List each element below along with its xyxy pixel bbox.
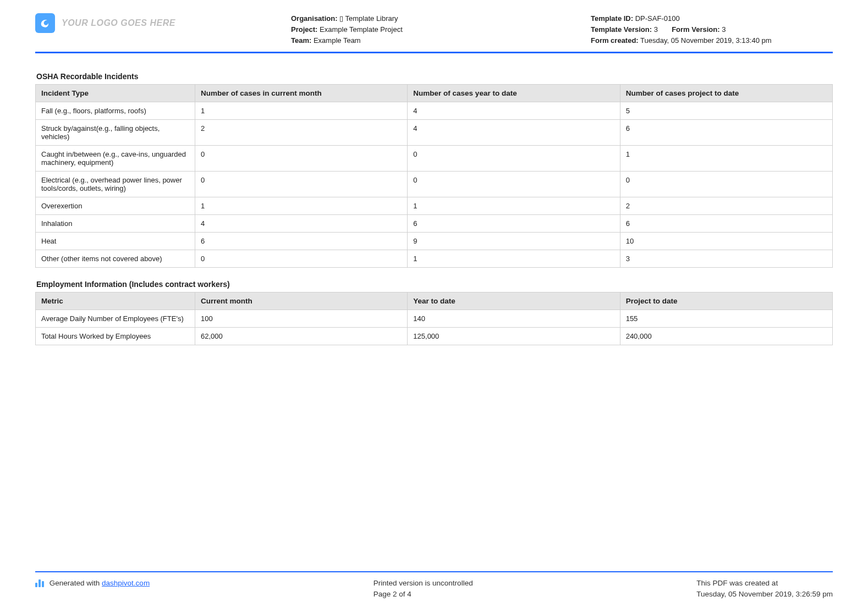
template-id-value: DP-SAF-0100 [635, 14, 680, 23]
cell-ytd: 0 [408, 146, 620, 172]
cell-current: 100 [195, 310, 408, 328]
col-header-project-to-date: Number of cases project to date [620, 85, 832, 102]
cell-current: 1 [195, 102, 408, 120]
page-number: Page 2 of 4 [373, 589, 473, 600]
cell-ptd: 10 [620, 233, 832, 250]
cell-incident-type: Struck by/against(e.g., falling objects,… [36, 120, 195, 146]
header-meta-left: Organisation: ▯ Template Library Project… [280, 13, 511, 46]
project-label: Project: [291, 25, 317, 34]
logo-swirl-icon [39, 17, 51, 29]
employment-table: Metric Current month Year to date Projec… [35, 292, 833, 345]
created-value: Tuesday, 05 November 2019, 3:26:59 pm [696, 589, 833, 600]
table-header-row: Incident Type Number of cases in current… [36, 85, 833, 102]
meta-template-id: Template ID: DP-SAF-0100 [591, 13, 833, 24]
cell-current: 2 [195, 120, 408, 146]
col-header-incident-type: Incident Type [36, 85, 195, 102]
document-page: YOUR LOGO GOES HERE Organisation: ▯ Temp… [0, 0, 868, 613]
table-row: Fall (e.g., floors, platforms, roofs) 1 … [36, 102, 833, 120]
generated-prefix: Generated with [50, 579, 102, 587]
footer-right: This PDF was created at Tuesday, 05 Nove… [696, 578, 833, 600]
table-row: Total Hours Worked by Employees 62,000 1… [36, 328, 833, 345]
cell-current: 0 [195, 146, 408, 172]
template-version-label: Template Version: [591, 25, 652, 34]
dashpivot-bars-icon [35, 579, 44, 587]
cell-metric: Total Hours Worked by Employees [36, 328, 195, 345]
header-meta-right: Template ID: DP-SAF-0100 Template Versio… [591, 13, 833, 46]
table-row: Heat 6 9 10 [36, 233, 833, 250]
meta-team: Team: Example Team [291, 35, 511, 46]
cell-incident-type: Overexertion [36, 197, 195, 215]
cell-ytd: 1 [408, 197, 620, 215]
cell-ptd: 6 [620, 120, 832, 146]
section-title-incidents: OSHA Recordable Incidents [36, 72, 833, 81]
col-header-year-to-date: Year to date [408, 292, 620, 310]
table-row: Other (other items not covered above) 0 … [36, 250, 833, 268]
table-row: Caught in/between (e.g., cave-ins, ungua… [36, 146, 833, 172]
cell-current: 6 [195, 233, 408, 250]
col-header-metric: Metric [36, 292, 195, 310]
meta-organisation: Organisation: ▯ Template Library [291, 13, 511, 24]
footer-center: Printed version is uncontrolled Page 2 o… [373, 578, 473, 600]
table-row: Struck by/against(e.g., falling objects,… [36, 120, 833, 146]
table-row: Average Daily Number of Employees (FTE's… [36, 310, 833, 328]
cell-ytd: 4 [408, 102, 620, 120]
col-header-current-month: Number of cases in current month [195, 85, 408, 102]
cell-incident-type: Electrical (e.g., overhead power lines, … [36, 172, 195, 197]
team-label: Team: [291, 36, 311, 45]
cell-ytd: 9 [408, 233, 620, 250]
meta-project: Project: Example Template Project [291, 24, 511, 35]
created-label: This PDF was created at [696, 578, 833, 589]
table-row: Electrical (e.g., overhead power lines, … [36, 172, 833, 197]
incidents-table: Incident Type Number of cases in current… [35, 84, 833, 268]
cell-current: 62,000 [195, 328, 408, 345]
cell-current: 0 [195, 172, 408, 197]
table-row: Overexertion 1 1 2 [36, 197, 833, 215]
form-version-label: Form Version: [672, 25, 719, 34]
section-title-employment: Employment Information (Includes contrac… [36, 280, 833, 289]
cell-ptd: 2 [620, 197, 832, 215]
cell-incident-type: Other (other items not covered above) [36, 250, 195, 268]
page-footer: Generated with dashpivot.com Printed ver… [35, 571, 833, 600]
project-value: Example Template Project [320, 25, 403, 34]
form-version-value: 3 [722, 25, 726, 34]
template-version-value: 3 [654, 25, 658, 34]
cell-ytd: 1 [408, 250, 620, 268]
page-header: YOUR LOGO GOES HERE Organisation: ▯ Temp… [35, 13, 833, 53]
team-value: Example Team [314, 36, 361, 45]
cell-ytd: 6 [408, 215, 620, 233]
cell-ptd: 5 [620, 102, 832, 120]
logo-icon [35, 13, 55, 33]
printed-note: Printed version is uncontrolled [373, 578, 473, 589]
cell-incident-type: Inhalation [36, 215, 195, 233]
cell-ytd: 4 [408, 120, 620, 146]
logo-placeholder-text: YOUR LOGO GOES HERE [62, 18, 175, 28]
dashpivot-link[interactable]: dashpivot.com [102, 579, 150, 587]
header-logo-block: YOUR LOGO GOES HERE [35, 13, 200, 33]
cell-ptd: 3 [620, 250, 832, 268]
cell-incident-type: Caught in/between (e.g., cave-ins, ungua… [36, 146, 195, 172]
cell-current: 1 [195, 197, 408, 215]
cell-ptd: 6 [620, 215, 832, 233]
organisation-value: ▯ Template Library [339, 14, 398, 23]
form-created-label: Form created: [591, 36, 639, 45]
cell-ytd: 0 [408, 172, 620, 197]
cell-ytd: 140 [408, 310, 620, 328]
footer-left: Generated with dashpivot.com [35, 578, 150, 600]
col-header-project-to-date: Project to date [620, 292, 832, 310]
cell-metric: Average Daily Number of Employees (FTE's… [36, 310, 195, 328]
cell-ptd: 1 [620, 146, 832, 172]
meta-form-created: Form created: Tuesday, 05 November 2019,… [591, 35, 833, 46]
cell-current: 4 [195, 215, 408, 233]
cell-ptd: 0 [620, 172, 832, 197]
col-header-current-month: Current month [195, 292, 408, 310]
cell-incident-type: Fall (e.g., floors, platforms, roofs) [36, 102, 195, 120]
cell-current: 0 [195, 250, 408, 268]
form-created-value: Tuesday, 05 November 2019, 3:13:40 pm [640, 36, 771, 45]
cell-ytd: 125,000 [408, 328, 620, 345]
cell-incident-type: Heat [36, 233, 195, 250]
cell-ptd: 240,000 [620, 328, 832, 345]
cell-ptd: 155 [620, 310, 832, 328]
col-header-year-to-date: Number of cases year to date [408, 85, 620, 102]
table-row: Inhalation 4 6 6 [36, 215, 833, 233]
template-id-label: Template ID: [591, 14, 633, 23]
